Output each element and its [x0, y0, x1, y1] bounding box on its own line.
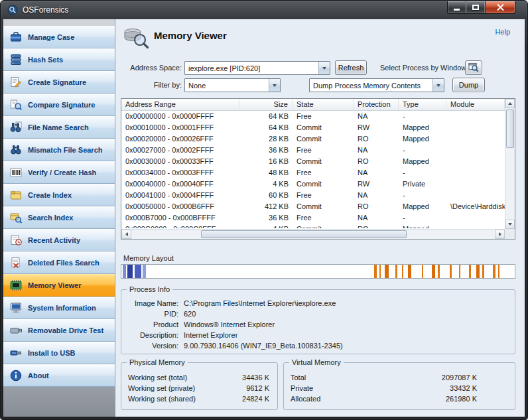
horizontal-scrollbar[interactable] — [121, 229, 505, 239]
sidebar-item-removable-drive-test[interactable]: Removable Drive Test — [3, 319, 115, 342]
memory-segment — [459, 265, 460, 278]
sidebar-item-label: Removable Drive Test — [28, 326, 103, 334]
sidebar-item-label: Install to USB — [28, 349, 76, 357]
cell-protection: NA — [354, 111, 399, 122]
scroll-up-button[interactable] — [505, 99, 515, 108]
scrollbar-corner — [505, 229, 515, 239]
address-space-select[interactable]: iexplore.exe [PID:620] — [184, 61, 330, 75]
dump-action-select[interactable]: Dump Process Memory Contents — [309, 78, 444, 92]
memory-segment — [123, 265, 126, 278]
stat-value: 2097087 K — [442, 372, 477, 383]
table-row[interactable]: 0x00041000 - 0x0004FFFF60 KBFreeNA- — [121, 190, 515, 201]
field-label: Image Name: — [127, 298, 178, 309]
cell-address-range: 0x00027000 - 0x0002FFFF — [121, 145, 239, 156]
table-row[interactable]: 0x00020000 - 0x00026FFF28 KBCommitROMapp… — [121, 133, 515, 145]
sidebar-item-recent-activity[interactable]: Recent Activity — [3, 229, 115, 251]
table-row[interactable]: 0x00010000 - 0x0001FFFF64 KBCommitRWMapp… — [121, 122, 515, 133]
sidebar-item-manage-case[interactable]: Manage Case — [3, 26, 115, 48]
sidebar-item-system-information[interactable]: System Information — [3, 297, 115, 319]
cell-address-range: 0x00034000 - 0x0003FFFF — [121, 167, 239, 178]
field-label: Description: — [127, 330, 178, 340]
sidebar-item-file-name-search[interactable]: File Name Search — [3, 116, 115, 139]
process-info-title: Process Info — [127, 285, 172, 293]
sidebar-item-create-index[interactable]: Create Index — [3, 184, 115, 206]
minimize-button[interactable] — [447, 1, 466, 14]
arrow-right-icon — [499, 232, 501, 236]
dump-button[interactable]: Dump — [452, 78, 485, 92]
vertical-scroll-thumb[interactable] — [506, 109, 514, 148]
cell-address-range: 0x00010000 - 0x0001FFFF — [121, 122, 239, 133]
table-row[interactable]: 0x00050000 - 0x000B6FFF412 KBCommitROMap… — [121, 201, 515, 212]
horizontal-scroll-thumb[interactable] — [201, 230, 407, 238]
close-button[interactable] — [485, 1, 515, 14]
column-header-state[interactable]: State — [293, 99, 354, 110]
dump-action-value: Dump Process Memory Contents — [310, 82, 432, 90]
process-info-row: PID:620 — [127, 309, 509, 319]
cell-type: - — [399, 145, 446, 156]
binoculars-file-icon — [9, 121, 23, 134]
sidebar-item-verify-create-hash[interactable]: Verify / Create Hash — [3, 161, 115, 184]
scroll-left-button[interactable] — [121, 230, 131, 239]
cell-state: Commit — [293, 224, 354, 228]
field-value: Windows® Internet Explorer — [184, 319, 275, 330]
sidebar-item-memory-viewer[interactable]: Memory Viewer — [3, 274, 115, 297]
cell-protection: NA — [354, 212, 399, 224]
scroll-right-button[interactable] — [495, 230, 505, 239]
column-header-type[interactable]: Type — [399, 99, 446, 110]
table-row[interactable]: 0x00027000 - 0x0002FFFF36 KBFreeNA- — [121, 145, 515, 156]
sidebar-item-deleted-files-search[interactable]: Deleted Files Search — [3, 251, 115, 274]
computer-icon — [9, 301, 23, 315]
sidebar-item-create-signature[interactable]: Create Signature — [3, 71, 115, 94]
process-info-row: Image Name:C:\Program Files\Internet Exp… — [127, 298, 509, 309]
window-title: OSForensics — [23, 5, 68, 15]
cell-state: Free — [293, 167, 354, 178]
memory-stat-row: Working set (total)34436 K — [128, 372, 269, 383]
titlebar[interactable]: OSForensics — [1, 1, 527, 19]
cell-size: 36 KB — [239, 212, 293, 224]
horizontal-scroll-track[interactable] — [131, 230, 495, 239]
column-header-module[interactable]: Module — [446, 99, 505, 110]
table-row[interactable]: 0x000C0000 - 0x000C0FFF4 KBCommitROMappe… — [121, 224, 515, 228]
table-row[interactable]: 0x00034000 - 0x0003FFFF48 KBFreeNA- — [121, 167, 515, 178]
help-link[interactable]: Help — [495, 28, 510, 36]
vertical-scrollbar[interactable] — [505, 99, 515, 229]
arrow-left-icon — [125, 232, 128, 236]
cell-state: Commit — [293, 178, 354, 190]
column-header-address-range[interactable]: Address Range — [121, 99, 239, 110]
column-header-protection[interactable]: Protection — [354, 99, 399, 110]
table-row[interactable]: 0x00000000 - 0x0000FFFF64 KBFreeNA- — [121, 111, 515, 122]
refresh-button[interactable]: Refresh — [335, 60, 367, 75]
sidebar-item-hash-sets[interactable]: Hash Sets — [3, 48, 115, 71]
sidebar-item-compare-signature[interactable]: Compare Signature — [3, 94, 115, 116]
memory-segment — [135, 265, 141, 278]
cell-size: 64 KB — [239, 111, 293, 122]
stat-label: Working set (shared) — [128, 393, 196, 404]
field-value: 620 — [184, 309, 196, 319]
stat-value: 34436 K — [242, 372, 269, 383]
memory-segment — [402, 265, 403, 278]
cell-protection: RO — [354, 156, 399, 167]
table-row[interactable]: 0x00030000 - 0x00033FFF16 KBCommitROMapp… — [121, 156, 515, 167]
sidebar-item-about[interactable]: About — [3, 364, 115, 387]
sidebar-item-mismatch-file-search[interactable]: Mismatch File Search — [3, 139, 115, 161]
sidebar-item-label: System Information — [28, 304, 96, 312]
maximize-button[interactable] — [466, 1, 485, 14]
select-process-by-window-button[interactable] — [465, 60, 482, 75]
cell-module — [446, 111, 505, 122]
table-row[interactable]: 0x00040000 - 0x00040FFF4 KBCommitRWPriva… — [121, 178, 515, 190]
cell-protection: RW — [354, 122, 399, 133]
filter-select[interactable]: None — [184, 78, 281, 92]
table-row[interactable]: 0x000B7000 - 0x000BFFFF36 KBFreeNA- — [121, 212, 515, 224]
sidebar-item-label: File Name Search — [28, 123, 89, 131]
cell-state: Free — [293, 111, 354, 122]
cell-address-range: 0x00050000 - 0x000B6FFF — [121, 201, 239, 212]
sidebar-item-install-to-usb[interactable]: Install to USB — [3, 342, 115, 364]
scroll-down-button[interactable] — [505, 220, 515, 229]
sidebar-item-search-index[interactable]: Search Index — [3, 206, 115, 229]
cell-state: Commit — [293, 133, 354, 145]
memory-segment — [379, 265, 381, 278]
column-header-size[interactable]: Size — [239, 99, 293, 110]
cell-size: 4 KB — [239, 224, 293, 228]
memory-segment — [143, 265, 146, 278]
cell-size: 48 KB — [239, 167, 293, 178]
